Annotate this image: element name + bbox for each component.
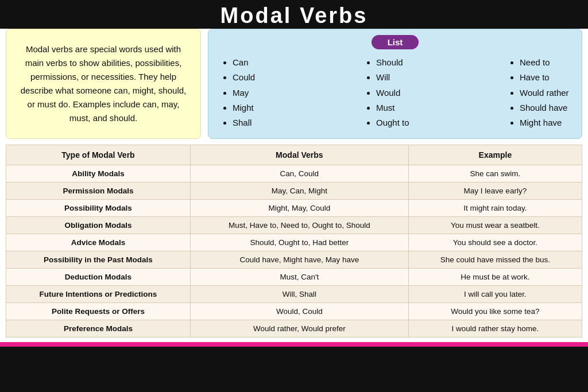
table-row: Permission ModalsMay, Can, MightMay I le… [6, 183, 582, 200]
list-columns: Can Could May Might Shall Should Will Wo… [220, 55, 570, 130]
cell-type: Permission Modals [6, 183, 191, 200]
table-row: Obligation ModalsMust, Have to, Need to,… [6, 217, 582, 234]
cell-modals: Might, May, Could [190, 200, 408, 217]
list-item: Need to [520, 55, 570, 70]
table-row: Polite Requests or OffersWould, CouldWou… [6, 303, 582, 320]
cell-modals: Should, Ought to, Had better [190, 234, 408, 251]
list-box: List Can Could May Might Shall Should Wi… [208, 29, 582, 139]
description-text: Modal verbs are special words used with … [18, 42, 189, 125]
cell-example: Would you like some tea? [408, 303, 582, 320]
list-item: Would rather [520, 86, 570, 100]
list-item: Should [376, 55, 427, 70]
table-row: Future Intentions or PredictionsWill, Sh… [6, 286, 582, 303]
col-header-type: Type of Modal Verb [6, 145, 191, 165]
list-item: Must [376, 100, 427, 115]
table-row: Possibility ModalsMight, May, CouldIt mi… [6, 200, 582, 217]
cell-example: She can swim. [408, 165, 582, 183]
col-header-modals: Modal Verbs [190, 145, 408, 165]
cell-modals: May, Can, Might [190, 183, 408, 200]
list-item: Should have [520, 100, 570, 115]
col-header-example: Example [408, 145, 582, 165]
cell-modals: Can, Could [190, 165, 408, 183]
list-item: Will [376, 70, 427, 85]
cell-example: I would rather stay home. [408, 320, 582, 337]
cell-modals: Would rather, Would prefer [190, 320, 408, 337]
page-title-bar: Modal Verbs [0, 0, 588, 29]
content-row: Modal verbs are special words used with … [0, 29, 588, 145]
list-col-2: Should Will Would Must Ought to [363, 55, 427, 130]
cell-type: Future Intentions or Predictions [6, 286, 191, 303]
list-col-3: Need to Have to Would rather Should have… [507, 55, 570, 130]
cell-example: He must be at work. [408, 269, 582, 286]
table-row: Deduction ModalsMust, Can'tHe must be at… [6, 269, 582, 286]
list-item: Might [233, 100, 283, 115]
page-title: Modal Verbs [220, 5, 368, 26]
list-item: May [233, 86, 283, 100]
cell-example: I will call you later. [408, 286, 582, 303]
list-item: Shall [233, 115, 283, 130]
cell-type: Advice Modals [6, 234, 191, 251]
table-row: Preference ModalsWould rather, Would pre… [6, 320, 582, 337]
cell-modals: Will, Shall [190, 286, 408, 303]
bottom-bar [0, 342, 588, 347]
list-badge-row: List [220, 35, 570, 49]
cell-type: Polite Requests or Offers [6, 303, 191, 320]
cell-type: Obligation Modals [6, 217, 191, 234]
table-row: Ability ModalsCan, CouldShe can swim. [6, 165, 582, 183]
cell-example: It might rain today. [408, 200, 582, 217]
cell-type: Possibility Modals [6, 200, 191, 217]
cell-modals: Must, Can't [190, 269, 408, 286]
list-item: Can [233, 55, 283, 70]
cell-modals: Would, Could [190, 303, 408, 320]
table-section: Type of Modal Verb Modal Verbs Example A… [0, 145, 588, 342]
cell-type: Possibility in the Past Modals [6, 251, 191, 269]
list-badge: List [372, 35, 419, 49]
cell-example: You should see a doctor. [408, 234, 582, 251]
cell-example: May I leave early? [408, 183, 582, 200]
modal-verbs-table: Type of Modal Verb Modal Verbs Example A… [6, 145, 582, 337]
cell-example: You must wear a seatbelt. [408, 217, 582, 234]
cell-type: Deduction Modals [6, 269, 191, 286]
table-row: Advice ModalsShould, Ought to, Had bette… [6, 234, 582, 251]
list-col-1: Can Could May Might Shall [220, 55, 283, 130]
list-item: Might have [520, 115, 570, 130]
cell-type: Ability Modals [6, 165, 191, 183]
cell-example: She could have missed the bus. [408, 251, 582, 269]
list-item: Have to [520, 70, 570, 85]
table-body: Ability ModalsCan, CouldShe can swim.Per… [6, 165, 582, 337]
cell-type: Preference Modals [6, 320, 191, 337]
list-item: Could [233, 70, 283, 85]
description-box: Modal verbs are special words used with … [6, 29, 201, 139]
table-row: Possibility in the Past ModalsCould have… [6, 251, 582, 269]
table-header: Type of Modal Verb Modal Verbs Example [6, 145, 582, 165]
cell-modals: Must, Have to, Need to, Ought to, Should [190, 217, 408, 234]
cell-modals: Could have, Might have, May have [190, 251, 408, 269]
list-item: Would [376, 86, 427, 100]
list-item: Ought to [376, 115, 427, 130]
